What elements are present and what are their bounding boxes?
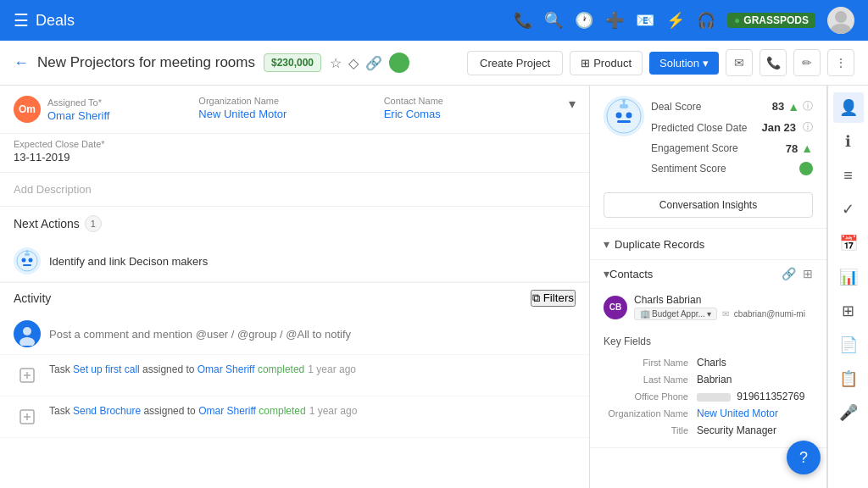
menu-icon[interactable]: ☰	[14, 10, 29, 30]
dup-chevron-icon: ▾	[604, 237, 609, 251]
email-icon[interactable]: 📧	[636, 11, 654, 30]
filter-icon: ⧉	[532, 291, 540, 304]
org-value: New United Motor	[198, 108, 370, 120]
deal-score-value: 83	[772, 100, 784, 113]
org-name-value: New United Motor	[697, 408, 778, 419]
contact-link[interactable]: Eric Comas	[384, 108, 441, 120]
filters-label: Filters	[543, 291, 574, 304]
action-bot-avatar	[14, 247, 41, 274]
star-icon[interactable]: ☆	[330, 55, 342, 71]
description-box[interactable]: Add Description	[0, 173, 589, 207]
comment-input[interactable]	[49, 328, 576, 341]
sidebar-doc2-icon[interactable]: 📋	[833, 363, 864, 394]
contact-badge[interactable]: 🏢 Budget Appr... ▾	[634, 308, 717, 320]
svg-point-23	[622, 99, 626, 103]
contacts-chevron-icon: ▾	[604, 267, 609, 280]
first-name-label: First Name	[604, 358, 697, 368]
bolt-icon[interactable]: ⚡	[666, 11, 685, 30]
org-label: Organization Name	[198, 96, 370, 106]
activity-time-2: 1 year ago	[309, 405, 358, 417]
field-row-org: Organization Name New United Motor	[604, 405, 813, 422]
product-label: Product	[593, 57, 632, 69]
close-date-label: Expected Close Date*	[14, 139, 562, 149]
history-icon[interactable]: 🕐	[575, 11, 593, 30]
far-right-sidebar: 👤 ℹ ≡ ✓ 📅 📊 ⊞ 📄 📋 🎤	[827, 86, 868, 488]
activity-assignee-1[interactable]: Omar Sheriff	[198, 363, 255, 375]
activity-title: Activity	[14, 291, 531, 305]
deal-header-right: Create Project ⊞ Product Solution ▾ ✉ 📞 …	[467, 49, 854, 76]
sentiment-badge	[799, 162, 813, 175]
grid-icon: ⊞	[581, 57, 590, 69]
activity-link-1[interactable]: Set up first call	[73, 363, 140, 375]
sidebar-calendar-icon[interactable]: 📅	[833, 228, 864, 258]
sidebar-table-icon[interactable]: ⊞	[833, 296, 864, 326]
solution-button[interactable]: Solution ▾	[649, 52, 719, 75]
sentiment-label: Sentiment Score	[651, 163, 799, 175]
more-header-icon[interactable]: ⋮	[827, 49, 854, 76]
back-button[interactable]: ←	[14, 54, 29, 72]
conversation-insights-button[interactable]: Conversation Insights	[604, 192, 813, 218]
tag-icon[interactable]: ◇	[348, 55, 359, 71]
activity-link-2[interactable]: Send Brochure	[73, 405, 141, 417]
topnav-right: 📞 🔍 🕐 ➕ 📧 ⚡ 🎧 ● GRASSPODS	[514, 7, 854, 34]
deal-score-info-icon[interactable]: ⓘ	[803, 99, 813, 114]
product-button[interactable]: ⊞ Product	[570, 51, 643, 75]
sidebar-people-icon[interactable]: 👤	[833, 92, 864, 123]
add-icon[interactable]: ➕	[605, 11, 624, 30]
sidebar-info-icon[interactable]: ℹ	[833, 126, 864, 157]
activity-time-1: 1 year ago	[308, 363, 356, 375]
contacts-link-icon[interactable]: 🔗	[782, 267, 796, 280]
create-project-button[interactable]: Create Project	[467, 51, 563, 75]
org-name-link[interactable]: New United Motor	[697, 408, 778, 419]
help-fab[interactable]: ?	[787, 441, 821, 474]
comment-box	[0, 313, 589, 355]
duplicate-records-section[interactable]: ▾ Duplicate Records	[590, 229, 826, 260]
activity-status-1: completed	[258, 363, 304, 375]
field-row-firstname: First Name Charls	[604, 354, 813, 371]
info-row: Om Assigned To* Omar Sheriff Organizatio…	[0, 86, 589, 134]
org-cell: Organization Name New United Motor	[198, 96, 383, 120]
close-date-value: 13-11-2019	[14, 151, 562, 164]
activity-text-1: Task Set up first call assigned to Omar …	[49, 362, 356, 377]
phone-icon[interactable]: 📞	[514, 11, 532, 30]
deal-score-row: Deal Score 83 ▲ ⓘ	[651, 96, 813, 117]
filters-button[interactable]: ⧉ Filters	[531, 290, 576, 307]
contacts-section: ▾ Contacts 🔗 ⊞ CB Charls Babrian 🏢 Budge…	[590, 260, 826, 448]
headset-icon[interactable]: 🎧	[697, 11, 715, 30]
sidebar-chart-icon[interactable]: 📊	[833, 262, 864, 292]
sidebar-mic-icon[interactable]: 🎤	[833, 397, 864, 428]
svg-point-10	[19, 337, 35, 346]
deal-title: New Projectors for meeting rooms	[37, 54, 255, 71]
duplicate-records-label: Duplicate Records	[615, 238, 704, 251]
next-actions-label: Next Actions	[14, 217, 80, 230]
field-row-lastname: Last Name Babrian	[604, 371, 813, 388]
title-value: Security Manager	[697, 424, 776, 436]
contact-meta: 🏢 Budget Appr... ▾ ✉ cbabrian@numi-mi	[634, 308, 805, 320]
contacts-expand-icon[interactable]: ⊞	[803, 267, 813, 280]
sidebar-check-icon[interactable]: ✓	[833, 194, 864, 225]
edit-header-icon[interactable]: ✏	[793, 49, 821, 76]
office-phone-value: 919611352769	[697, 391, 804, 402]
svg-rect-5	[23, 264, 31, 266]
user-avatar[interactable]	[827, 7, 854, 34]
org-link[interactable]: New United Motor	[198, 108, 287, 120]
solution-label: Solution	[659, 57, 699, 69]
link-icon[interactable]: 🔗	[365, 55, 382, 71]
topnav: ☰ Deals 📞 🔍 🕐 ➕ 📧 ⚡ 🎧 ● GRASSPODS	[0, 0, 868, 41]
contacts-label: Contacts	[609, 268, 782, 280]
deal-icons: ☆ ◇ 🔗	[330, 53, 409, 73]
search-icon[interactable]: 🔍	[544, 11, 563, 30]
activity-assignee-2[interactable]: Omar Sheriff	[198, 405, 256, 417]
contact-label: Contact Name	[384, 96, 555, 106]
title-label: Title	[604, 425, 697, 435]
svg-rect-20	[617, 120, 631, 123]
assigned-to-cell: Om Assigned To* Omar Sheriff	[14, 96, 198, 123]
email-header-icon[interactable]: ✉	[726, 49, 753, 76]
info-row-chevron[interactable]: ▾	[569, 96, 576, 112]
predicted-close-info-icon[interactable]: ⓘ	[803, 120, 813, 135]
assigned-link[interactable]: Omar Sheriff	[47, 109, 109, 122]
sidebar-list-icon[interactable]: ≡	[833, 160, 864, 191]
sidebar-doc1-icon[interactable]: 📄	[833, 330, 864, 360]
phone-header-icon[interactable]: 📞	[760, 49, 787, 76]
email-icon-small: ✉	[722, 309, 729, 319]
